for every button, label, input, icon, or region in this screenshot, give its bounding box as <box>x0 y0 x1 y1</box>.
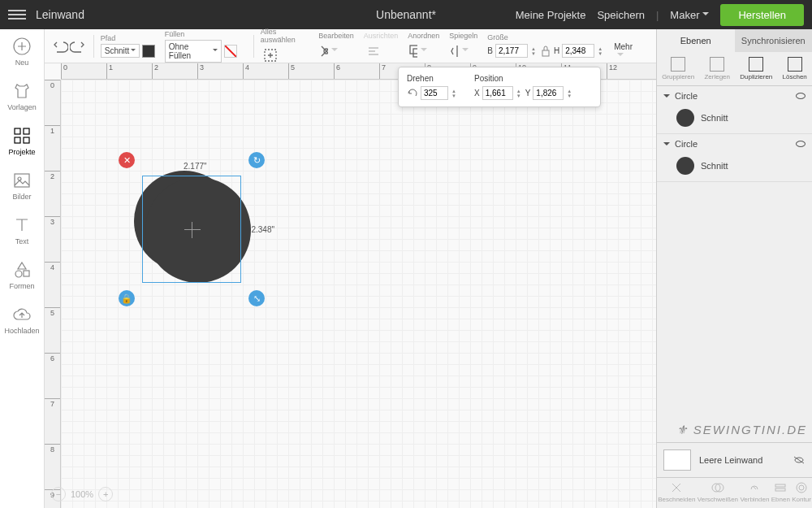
y-spinner[interactable]: ▲▼ <box>567 89 573 98</box>
svg-rect-13 <box>542 50 549 56</box>
sidebar-item-new[interactable]: Neu <box>0 29 44 74</box>
tab-layers[interactable]: Ebenen <box>657 29 735 52</box>
top-toolbar: Pfad Schnitt Füllen Ohne Füllen Alles au… <box>45 29 656 63</box>
hamburger-icon[interactable] <box>8 10 26 20</box>
undo-button[interactable] <box>51 37 69 56</box>
delete-handle[interactable]: ✕ <box>119 152 135 168</box>
size-label: Größe <box>487 33 604 41</box>
right-panel-footer: Beschneiden Verschweißen Verbinden Ebnen… <box>657 477 812 508</box>
hidden-icon[interactable] <box>793 455 806 465</box>
rotate-input[interactable] <box>421 86 448 100</box>
delete-button[interactable]: Löschen <box>783 57 807 80</box>
sidebar-item-images[interactable]: Bilder <box>0 163 44 208</box>
blank-thumbnail-icon <box>663 449 691 471</box>
vertical-ruler: 0123456789 <box>45 80 61 508</box>
rotate-position-popup: Drehen ▲▼ Position X ▲▼ Y ▲▼ <box>398 67 601 107</box>
x-input[interactable] <box>482 86 513 100</box>
sidebar-label: Vorlagen <box>7 103 37 111</box>
my-projects-link[interactable]: Meine Projekte <box>516 9 586 21</box>
sidebar-item-templates[interactable]: Vorlagen <box>0 74 44 119</box>
attach-button: Verbinden <box>740 481 769 503</box>
document-title: Unbenannt* <box>376 8 436 21</box>
grid-icon <box>12 126 32 145</box>
sidebar-item-shapes[interactable]: Formen <box>0 253 44 297</box>
layer-item[interactable]: Circle Schnitt <box>657 86 812 134</box>
canvas-grid[interactable]: ✕ ↻ 🔒 ⤡ 2.177" 2.348" <box>61 80 656 508</box>
make-button[interactable]: Herstellen <box>720 4 804 26</box>
y-input[interactable] <box>533 86 564 100</box>
separator: | <box>656 9 659 21</box>
no-fill-icon[interactable] <box>224 45 237 58</box>
blank-canvas-row[interactable]: Leere Leinwand <box>657 442 812 477</box>
layer-linetype: Schnitt <box>701 161 728 171</box>
arrange-dropdown[interactable] <box>408 41 427 61</box>
edit-label: Bearbeiten <box>318 32 354 40</box>
layer-name: Circle <box>675 91 698 101</box>
rotate-spinner[interactable]: ▲▼ <box>451 89 458 98</box>
svg-rect-2 <box>24 128 29 134</box>
zoom-in-button[interactable]: + <box>98 487 113 501</box>
width-spinner[interactable]: ▲▼ <box>531 46 538 56</box>
arrange-label: Anordnen <box>408 32 439 40</box>
zoom-control[interactable]: − 100% + <box>51 487 113 501</box>
visibility-icon[interactable] <box>796 141 806 147</box>
svg-rect-3 <box>15 137 20 143</box>
lock-handle[interactable]: 🔒 <box>119 290 135 306</box>
sidebar-label: Hochladen <box>4 327 39 335</box>
layer-thumbnail-icon <box>676 109 694 127</box>
weld-button: Verschweißen <box>698 481 738 503</box>
color-swatch[interactable] <box>142 45 155 58</box>
right-panel: Ebenen Synchronisieren Gruppieren Zerleg… <box>656 29 812 508</box>
tab-sync[interactable]: Synchronisieren <box>735 29 813 52</box>
svg-rect-8 <box>24 271 29 276</box>
sidebar-item-text[interactable]: Text <box>0 208 44 253</box>
rotate-handle[interactable]: ↻ <box>248 152 265 168</box>
image-icon <box>12 171 32 190</box>
collapse-icon[interactable] <box>663 142 670 149</box>
linetype-dropdown[interactable]: Schnitt <box>101 44 140 58</box>
canvas-label: Leinwand <box>36 8 84 21</box>
height-dimension: 2.348" <box>251 225 274 234</box>
collapse-icon[interactable] <box>663 94 670 101</box>
svg-rect-12 <box>413 49 417 57</box>
sidebar-item-upload[interactable]: Hochladen <box>0 297 44 342</box>
fill-dropdown[interactable]: Ohne Füllen <box>165 40 222 63</box>
sidebar-label: Formen <box>9 282 34 290</box>
layer-item[interactable]: Circle Schnitt <box>657 134 812 182</box>
width-label: B <box>487 46 493 55</box>
svg-point-18 <box>797 483 806 493</box>
redo-button[interactable] <box>69 37 87 56</box>
center-crosshair-icon <box>184 222 201 238</box>
edit-dropdown[interactable] <box>318 41 338 61</box>
shirt-icon <box>12 81 32 101</box>
zoom-out-button[interactable]: − <box>51 487 66 501</box>
duplicate-button[interactable]: Duplizieren <box>740 57 772 80</box>
sidebar-label: Text <box>15 237 29 245</box>
mirror-dropdown[interactable] <box>449 41 469 61</box>
select-all-label: Alles auswählen <box>261 28 309 44</box>
height-label: H <box>554 46 559 55</box>
select-all-button[interactable] <box>261 46 280 65</box>
save-link[interactable]: Speichern <box>597 9 645 21</box>
align-dropdown <box>364 41 383 61</box>
lock-icon[interactable] <box>540 43 551 59</box>
selection-bounds: ✕ ↻ 🔒 ⤡ 2.177" 2.348" <box>142 176 241 283</box>
svg-rect-1 <box>15 128 20 134</box>
height-spinner[interactable]: ▲▼ <box>598 46 604 56</box>
top-bar: Leinwand Unbenannt* Meine Projekte Speic… <box>0 0 812 29</box>
height-input[interactable] <box>562 44 594 58</box>
machine-dropdown[interactable]: Maker <box>670 9 709 21</box>
width-input[interactable] <box>495 44 528 58</box>
canvas-area[interactable]: 0123456789101112 0123456789 ✕ ↻ 🔒 ⤡ 2.17… <box>45 63 656 508</box>
sidebar-item-projects[interactable]: Projekte <box>0 119 44 163</box>
x-label: X <box>474 89 480 98</box>
visibility-icon[interactable] <box>796 93 806 99</box>
fill-label: Füllen <box>165 30 237 38</box>
more-dropdown[interactable]: Mehr <box>614 42 640 60</box>
sidebar-label: Bilder <box>12 193 31 201</box>
svg-point-7 <box>15 271 22 277</box>
layer-linetype: Schnitt <box>701 113 728 123</box>
x-spinner[interactable]: ▲▼ <box>516 89 523 98</box>
cloud-upload-icon <box>12 305 32 324</box>
scale-handle[interactable]: ⤡ <box>248 290 265 306</box>
